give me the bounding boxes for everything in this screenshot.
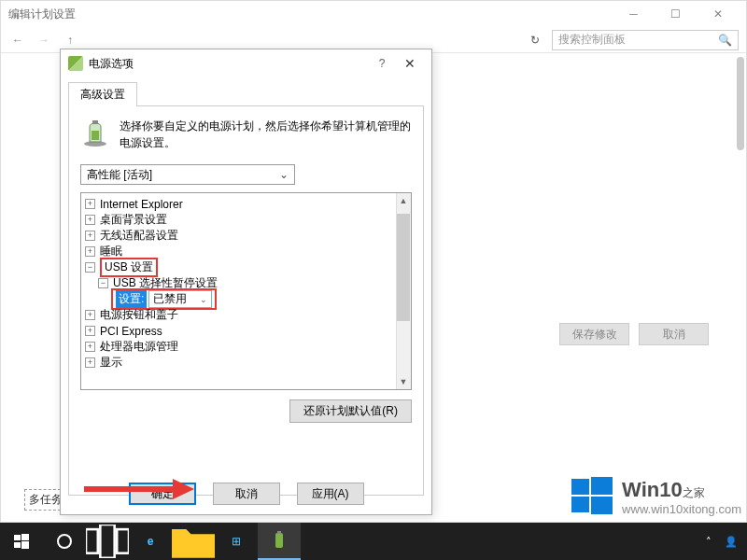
window-titlebar: 编辑计划设置 ─ ☐ ✕ [1, 1, 746, 27]
cortana-icon [57, 534, 72, 549]
people-icon[interactable]: 👤 [725, 536, 738, 548]
taskbar-app-power[interactable] [258, 523, 301, 560]
tree-item-ie[interactable]: +Internet Explorer [85, 196, 407, 212]
folder-icon [172, 525, 215, 558]
tree-scrollbar[interactable]: ▲ ▼ [396, 193, 411, 389]
close-icon[interactable]: ✕ [396, 56, 424, 71]
windows-logo-icon [571, 475, 613, 519]
plan-select[interactable]: 高性能 [活动] ⌄ [80, 164, 295, 185]
expand-icon[interactable]: + [85, 199, 95, 209]
tree-item-cpu[interactable]: +处理器电源管理 [85, 339, 407, 355]
svg-rect-7 [591, 497, 613, 514]
file-explorer-button[interactable] [172, 523, 215, 560]
store-button[interactable]: ⊞ [215, 523, 258, 560]
tree-item-pci[interactable]: +PCI Express [85, 323, 407, 339]
battery-icon [80, 118, 110, 147]
search-input[interactable]: 搜索控制面板 🔍 [552, 30, 739, 50]
tree-item-wireless[interactable]: +无线适配器设置 [85, 228, 407, 244]
power-icon [68, 56, 83, 71]
setting-label: 设置: [116, 290, 147, 308]
cancel-button[interactable]: 取消 [639, 323, 709, 345]
collapse-icon[interactable]: − [98, 278, 108, 288]
settings-tree: +Internet Explorer +桌面背景设置 +无线适配器设置 +睡眠 … [80, 192, 412, 390]
expand-icon[interactable]: + [85, 310, 95, 320]
power-options-dialog: 电源选项 ? ✕ 高级设置 选择你要自定义的电源计划，然后选择你希望计算机管理的… [60, 49, 432, 515]
annotation-arrow [84, 473, 196, 505]
expand-icon[interactable]: + [85, 231, 95, 241]
dialog-title: 电源选项 [89, 56, 368, 72]
maximize-button[interactable]: ☐ [655, 1, 697, 27]
expand-icon[interactable]: + [85, 357, 95, 368]
tree-item-usb[interactable]: −USB 设置 [85, 259, 407, 275]
svg-rect-10 [14, 542, 21, 548]
cancel-button[interactable]: 取消 [213, 483, 280, 505]
scroll-down-icon[interactable]: ▼ [396, 374, 411, 389]
up-icon[interactable]: ↑ [61, 31, 79, 49]
setting-dropdown[interactable]: 已禁用⌄ [148, 290, 212, 308]
minimize-button[interactable]: ─ [613, 1, 655, 27]
search-placeholder: 搜索控制面板 [558, 32, 626, 48]
task-view-icon [86, 525, 129, 558]
highlight-usb: USB 设置 [100, 258, 158, 277]
forward-icon: → [35, 31, 53, 49]
svg-rect-11 [21, 541, 29, 549]
cortana-button[interactable] [43, 523, 86, 560]
tree-item-power-button[interactable]: +电源按钮和盖子 [85, 307, 407, 323]
svg-rect-14 [117, 529, 129, 553]
dialog-titlebar: 电源选项 ? ✕ [61, 49, 431, 77]
svg-rect-16 [277, 531, 281, 534]
svg-rect-4 [571, 479, 589, 495]
task-view-button[interactable] [86, 523, 129, 560]
svg-marker-3 [173, 479, 194, 499]
taskbar: e ⊞ ˄ 👤 [0, 523, 747, 560]
svg-rect-6 [571, 497, 589, 512]
search-icon: 🔍 [718, 34, 732, 47]
expand-icon[interactable]: + [85, 215, 95, 225]
svg-rect-12 [86, 529, 98, 553]
scrollbar[interactable] [737, 57, 744, 150]
svg-rect-9 [21, 534, 29, 540]
scroll-up-icon[interactable]: ▲ [396, 193, 411, 208]
system-tray: ˄ 👤 [706, 536, 747, 548]
back-icon[interactable]: ← [8, 31, 27, 49]
svg-rect-5 [591, 477, 613, 495]
svg-rect-13 [100, 525, 114, 558]
store-icon: ⊞ [232, 535, 241, 548]
save-button[interactable]: 保存修改 [559, 323, 629, 345]
expand-icon[interactable]: + [85, 246, 95, 257]
tab-content: 选择你要自定义的电源计划，然后选择你希望计算机管理的电源设置。 高性能 [活动]… [68, 105, 424, 496]
battery-icon [272, 531, 287, 550]
tray-chevron-icon[interactable]: ˄ [706, 536, 712, 548]
window-title: 编辑计划设置 [8, 7, 613, 22]
chevron-down-icon: ⌄ [279, 168, 289, 181]
scroll-thumb[interactable] [397, 214, 410, 321]
tree-item-display[interactable]: +显示 [85, 355, 407, 371]
tree-item-setting[interactable]: 设置: 已禁用⌄ [111, 291, 407, 307]
refresh-icon[interactable]: ↻ [526, 34, 544, 47]
tree-item-desktop[interactable]: +桌面背景设置 [85, 212, 407, 228]
help-icon[interactable]: ? [368, 57, 396, 70]
svg-rect-1 [92, 120, 98, 124]
svg-rect-15 [275, 533, 283, 548]
edge-button[interactable]: e [129, 523, 172, 560]
collapse-icon[interactable]: − [85, 262, 95, 273]
tab-advanced[interactable]: 高级设置 [68, 82, 137, 106]
restore-defaults-button[interactable]: 还原计划默认值(R) [289, 399, 412, 423]
expand-icon[interactable]: + [85, 342, 95, 352]
dialog-description: 选择你要自定义的电源计划，然后选择你希望计算机管理的电源设置。 [120, 118, 412, 151]
watermark: Win10之家 www.win10xitong.com [571, 475, 741, 519]
svg-rect-8 [14, 535, 21, 540]
edge-icon: e [148, 535, 154, 548]
plan-selected: 高性能 [活动] [87, 167, 152, 183]
start-button[interactable] [0, 523, 43, 560]
close-button[interactable]: ✕ [697, 1, 739, 27]
expand-icon[interactable]: + [85, 326, 95, 336]
chevron-down-icon: ⌄ [200, 295, 207, 304]
apply-button[interactable]: 应用(A) [297, 483, 364, 505]
